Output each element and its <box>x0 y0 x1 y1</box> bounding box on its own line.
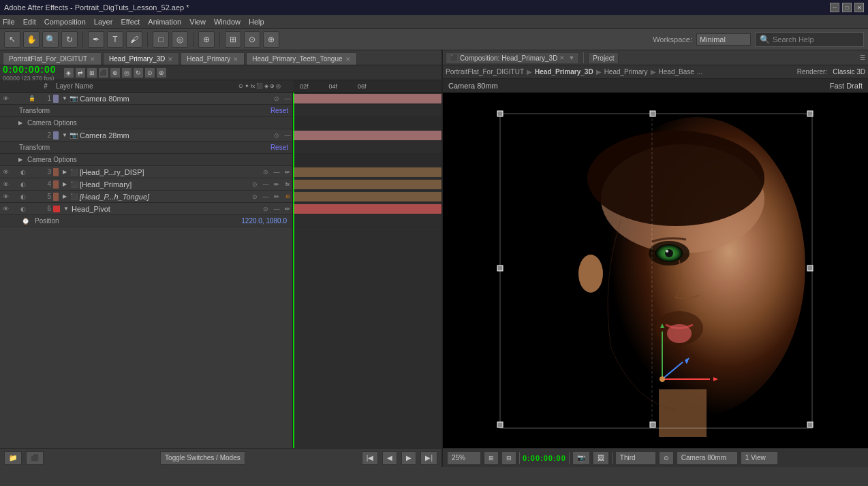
layer-btn-4[interactable]: ⬛ <box>98 67 109 78</box>
close-button[interactable]: ✕ <box>854 3 864 12</box>
layer-5-solo[interactable]: ◐ <box>19 193 27 201</box>
view-dropdown[interactable]: Third Active Camera Front Left Top Custo… <box>615 451 656 465</box>
layer-6-sw3[interactable]: ✏ <box>283 204 292 214</box>
layer-3-expand[interactable]: ▶ <box>61 168 69 176</box>
view-options-btn[interactable]: ⊙ <box>659 451 674 465</box>
layer-2-expand[interactable]: ▼ <box>61 131 69 140</box>
layer-2-audio[interactable] <box>10 131 18 140</box>
layer-2-cam-opts-expand[interactable]: ▶ <box>16 156 25 164</box>
layer-row-1[interactable]: 👁 🔒 1 ▼ 📷 Camera 80mm ⊙ — <box>0 93 292 105</box>
layer-6-audio[interactable] <box>10 205 18 213</box>
layer-row-6[interactable]: 👁 ◐ 6 ▼ Head_Pivot ⊙ — ✏ <box>0 203 292 215</box>
layer-btn-5[interactable]: ⊕ <box>110 67 121 78</box>
tab-close-portraitflat[interactable]: ✕ <box>90 56 95 63</box>
comp-timecode[interactable]: 0:00:00:00 <box>523 454 566 462</box>
layer-1-lock[interactable]: 🔒 <box>28 95 36 103</box>
layer-btn-6[interactable]: ◎ <box>121 67 132 78</box>
tab-close-teeth[interactable]: ✕ <box>345 56 351 63</box>
timecode-display[interactable]: 0:00:00:00 <box>3 64 57 75</box>
comp-tab-dropdown[interactable]: ▼ <box>568 54 574 61</box>
comp-menu-btn[interactable]: ☰ <box>860 54 865 61</box>
toggle-switches[interactable]: Toggle Switches / Modes <box>160 451 245 465</box>
layer-5-eye[interactable]: 👁 <box>1 193 10 201</box>
transport-play[interactable]: ▶ <box>401 451 416 465</box>
bc-portraitflat[interactable]: PortraitFlat_For_DIGITUT <box>446 68 524 76</box>
maximize-button[interactable]: □ <box>842 3 852 12</box>
layer-6-eye[interactable]: 👁 <box>1 205 10 213</box>
layer-4-sw3[interactable]: ✏ <box>272 180 281 189</box>
layer-2-lock[interactable] <box>28 131 36 140</box>
layer-3-solo[interactable]: ◐ <box>19 168 27 176</box>
move-tool[interactable]: ⊞ <box>225 31 241 48</box>
roto-tool[interactable]: ◎ <box>172 31 188 48</box>
layer-3-lock[interactable] <box>28 168 36 176</box>
layer-2-reset[interactable]: Reset <box>270 144 288 151</box>
transport-prev[interactable]: ◀ <box>382 451 397 465</box>
layer-btn-7[interactable]: ↻ <box>133 67 144 78</box>
layer-2-solo[interactable] <box>19 131 27 140</box>
bc-head3d[interactable]: Head_Primary_3D <box>535 68 593 76</box>
layer-4-eye[interactable]: 👁 <box>1 180 10 189</box>
tab-teeth-tongue[interactable]: Head_Primary_Teeth_Tongue ✕ <box>246 52 356 65</box>
layer-btn-9[interactable]: ⊕ <box>156 67 167 78</box>
workspace-dropdown[interactable]: Minimal Standard All Panels <box>696 33 751 46</box>
layer-5-audio[interactable] <box>10 193 18 201</box>
hand-tool[interactable]: ✋ <box>23 31 40 48</box>
layer-1-expand[interactable]: ▼ <box>61 95 69 103</box>
layer-4-audio[interactable] <box>10 180 18 189</box>
search-box[interactable]: 🔍 Search Help <box>755 32 864 47</box>
rect-tool[interactable]: □ <box>153 31 169 48</box>
minimize-button[interactable]: ─ <box>830 3 839 12</box>
layer-row-5[interactable]: 👁 ◐ 5 ▶ ⬛ [Head_P...h_Tongue] ⊙ — ✏ ⊙ <box>0 191 292 203</box>
layer-3-audio[interactable] <box>10 168 18 176</box>
fit-btn[interactable]: ⊞ <box>484 451 499 465</box>
comp-tab-close[interactable]: ✕ <box>559 54 565 61</box>
show-snapshot-btn[interactable]: 🖼 <box>593 451 609 465</box>
menu-edit[interactable]: Edit <box>23 18 36 26</box>
playhead[interactable] <box>293 93 294 448</box>
puppet-tool[interactable]: ⊕ <box>198 31 215 48</box>
menu-window[interactable]: Window <box>214 18 241 26</box>
layer-6-solo[interactable]: ◐ <box>19 205 27 213</box>
selection-tool[interactable]: ↖ <box>4 31 20 48</box>
menu-layer[interactable]: Layer <box>94 18 113 26</box>
layer-6-sw2[interactable]: — <box>272 204 281 214</box>
comp-view[interactable]: Camera 80mm Fast Draft <box>443 79 868 448</box>
layer-6-lock[interactable] <box>28 205 36 213</box>
brush-tool[interactable]: 🖌 <box>126 31 142 48</box>
layer-5-expand[interactable]: ▶ <box>61 193 69 201</box>
layer-1-sw2[interactable]: — <box>283 94 292 103</box>
snapshot-btn[interactable]: 📷 <box>572 451 590 465</box>
layer-4-sw2[interactable]: — <box>261 180 270 189</box>
tab-head-primary-3d[interactable]: Head_Primary_3D ✕ <box>103 52 179 65</box>
tab-head-primary[interactable]: Head_Primary ✕ <box>181 52 245 65</box>
layer-6-sw1[interactable]: ⊙ <box>261 204 270 214</box>
layer-3-sw1[interactable]: ⊙ <box>261 167 270 177</box>
menu-composition[interactable]: Composition <box>44 18 86 26</box>
menu-file[interactable]: File <box>3 18 15 26</box>
layer-4-fx[interactable]: fx <box>283 180 292 189</box>
menu-view[interactable]: View <box>189 18 206 26</box>
layer-4-sw1[interactable]: ⊙ <box>250 180 260 189</box>
pan-tool[interactable]: ⊕ <box>263 31 279 48</box>
pen-tool[interactable]: ✒ <box>88 31 104 48</box>
menu-animation[interactable]: Animation <box>148 18 181 26</box>
layer-4-lock[interactable] <box>28 180 36 189</box>
layer-6-expand[interactable]: ▼ <box>62 205 70 213</box>
layer-row-2[interactable]: 2 ▼ 📷 Camera 28mm ⊙ — <box>0 129 292 142</box>
zoom-tool[interactable]: 🔍 <box>42 31 59 48</box>
layer-5-sw1[interactable]: ⊙ <box>250 192 260 201</box>
bc-headprimary[interactable]: Head_Primary <box>604 68 648 76</box>
viewport[interactable] <box>443 93 868 448</box>
layer-4-expand[interactable]: ▶ <box>61 180 69 189</box>
comp-tab-project[interactable]: Project <box>588 52 619 63</box>
layer-3-sw2[interactable]: — <box>272 167 281 177</box>
transport-next[interactable]: ▶| <box>420 451 437 465</box>
layer-1-reset[interactable]: Reset <box>270 107 288 114</box>
text-tool[interactable]: T <box>107 31 123 48</box>
tab-close-head3d[interactable]: ✕ <box>168 56 173 63</box>
bc-headbase[interactable]: Head_Base <box>659 68 694 76</box>
layer-btn-1[interactable]: ◈ <box>63 67 74 78</box>
layer-btn-3[interactable]: ⊞ <box>87 67 97 78</box>
layer-2-sw2[interactable]: — <box>283 131 292 140</box>
